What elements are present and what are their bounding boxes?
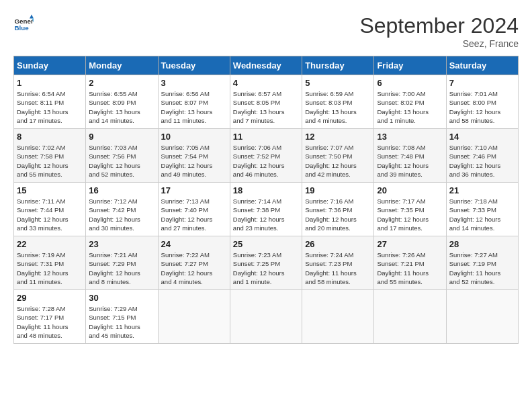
day-info: Sunrise: 7:29 AM Sunset: 7:15 PM Dayligh… [89, 304, 154, 340]
calendar-cell: 13Sunrise: 7:08 AM Sunset: 7:48 PM Dayli… [374, 129, 446, 183]
logo-icon: General Blue [13, 13, 34, 34]
calendar-cell: 1Sunrise: 6:54 AM Sunset: 8:11 PM Daylig… [14, 75, 86, 129]
calendar-cell: 9Sunrise: 7:03 AM Sunset: 7:56 PM Daylig… [86, 129, 158, 183]
day-number: 4 [233, 78, 299, 88]
day-number: 9 [89, 132, 154, 142]
day-info: Sunrise: 6:55 AM Sunset: 8:09 PM Dayligh… [89, 89, 154, 125]
weekday-header-monday: Monday [86, 56, 158, 75]
day-number: 23 [89, 239, 154, 249]
day-number: 20 [377, 185, 443, 195]
month-title: September 2024 [359, 13, 519, 38]
calendar-cell: 15Sunrise: 7:11 AM Sunset: 7:44 PM Dayli… [14, 183, 86, 236]
day-info: Sunrise: 7:02 AM Sunset: 7:58 PM Dayligh… [17, 143, 83, 179]
day-info: Sunrise: 7:24 AM Sunset: 7:23 PM Dayligh… [305, 250, 371, 286]
calendar-cell: 6Sunrise: 7:00 AM Sunset: 8:02 PM Daylig… [374, 75, 446, 129]
day-number: 21 [449, 185, 515, 195]
day-info: Sunrise: 7:28 AM Sunset: 7:17 PM Dayligh… [17, 304, 83, 340]
day-info: Sunrise: 6:56 AM Sunset: 8:07 PM Dayligh… [161, 89, 227, 125]
weekday-header-row: SundayMondayTuesdayWednesdayThursdayFrid… [14, 56, 519, 75]
day-info: Sunrise: 6:57 AM Sunset: 8:05 PM Dayligh… [233, 89, 299, 125]
week-row-2: 8Sunrise: 7:02 AM Sunset: 7:58 PM Daylig… [14, 129, 519, 183]
day-info: Sunrise: 7:26 AM Sunset: 7:21 PM Dayligh… [377, 250, 443, 286]
calendar-cell [158, 290, 230, 344]
day-info: Sunrise: 7:27 AM Sunset: 7:19 PM Dayligh… [449, 250, 515, 286]
day-number: 12 [305, 132, 371, 142]
day-number: 17 [161, 185, 227, 195]
calendar-cell: 30Sunrise: 7:29 AM Sunset: 7:15 PM Dayli… [86, 290, 158, 344]
page-header: General Blue September 2024 Seez, France [13, 13, 519, 49]
day-number: 1 [17, 78, 83, 88]
day-number: 30 [89, 293, 154, 303]
day-info: Sunrise: 7:23 AM Sunset: 7:25 PM Dayligh… [233, 250, 299, 286]
calendar-cell: 23Sunrise: 7:21 AM Sunset: 7:29 PM Dayli… [86, 236, 158, 290]
calendar-cell: 11Sunrise: 7:06 AM Sunset: 7:52 PM Dayli… [230, 129, 302, 183]
weekday-header-saturday: Saturday [446, 56, 518, 75]
weekday-header-tuesday: Tuesday [158, 56, 230, 75]
day-number: 25 [233, 239, 299, 249]
weekday-header-sunday: Sunday [14, 56, 86, 75]
calendar-cell: 12Sunrise: 7:07 AM Sunset: 7:50 PM Dayli… [302, 129, 374, 183]
day-number: 14 [449, 132, 515, 142]
week-row-1: 1Sunrise: 6:54 AM Sunset: 8:11 PM Daylig… [14, 75, 519, 129]
day-info: Sunrise: 7:17 AM Sunset: 7:35 PM Dayligh… [377, 197, 443, 232]
day-info: Sunrise: 7:16 AM Sunset: 7:36 PM Dayligh… [305, 197, 371, 232]
day-number: 22 [17, 239, 83, 249]
logo: General Blue [13, 13, 34, 34]
calendar-cell: 21Sunrise: 7:18 AM Sunset: 7:33 PM Dayli… [446, 183, 518, 236]
calendar-cell: 8Sunrise: 7:02 AM Sunset: 7:58 PM Daylig… [14, 129, 86, 183]
day-info: Sunrise: 7:05 AM Sunset: 7:54 PM Dayligh… [161, 143, 227, 179]
day-info: Sunrise: 7:03 AM Sunset: 7:56 PM Dayligh… [89, 143, 154, 179]
title-area: September 2024 Seez, France [359, 13, 519, 49]
calendar-cell: 18Sunrise: 7:14 AM Sunset: 7:38 PM Dayli… [230, 183, 302, 236]
svg-text:Blue: Blue [15, 24, 30, 32]
week-row-5: 29Sunrise: 7:28 AM Sunset: 7:17 PM Dayli… [14, 290, 519, 344]
location: Seez, France [359, 38, 519, 49]
calendar-table: SundayMondayTuesdayWednesdayThursdayFrid… [13, 56, 519, 344]
day-number: 8 [17, 132, 83, 142]
svg-marker-2 [30, 15, 34, 19]
day-info: Sunrise: 7:19 AM Sunset: 7:31 PM Dayligh… [17, 250, 83, 286]
calendar-cell: 3Sunrise: 6:56 AM Sunset: 8:07 PM Daylig… [158, 75, 230, 129]
day-number: 2 [89, 78, 154, 88]
calendar-cell: 25Sunrise: 7:23 AM Sunset: 7:25 PM Dayli… [230, 236, 302, 290]
calendar-cell [302, 290, 374, 344]
day-info: Sunrise: 7:22 AM Sunset: 7:27 PM Dayligh… [161, 250, 227, 286]
day-number: 13 [377, 132, 443, 142]
calendar-cell: 26Sunrise: 7:24 AM Sunset: 7:23 PM Dayli… [302, 236, 374, 290]
day-number: 16 [89, 185, 154, 195]
day-info: Sunrise: 7:21 AM Sunset: 7:29 PM Dayligh… [89, 250, 154, 286]
weekday-header-thursday: Thursday [302, 56, 374, 75]
weekday-header-friday: Friday [374, 56, 446, 75]
calendar-cell: 20Sunrise: 7:17 AM Sunset: 7:35 PM Dayli… [374, 183, 446, 236]
day-number: 26 [305, 239, 371, 249]
day-number: 11 [233, 132, 299, 142]
calendar-cell: 10Sunrise: 7:05 AM Sunset: 7:54 PM Dayli… [158, 129, 230, 183]
calendar-cell [446, 290, 518, 344]
calendar-cell: 24Sunrise: 7:22 AM Sunset: 7:27 PM Dayli… [158, 236, 230, 290]
calendar-cell: 5Sunrise: 6:59 AM Sunset: 8:03 PM Daylig… [302, 75, 374, 129]
day-number: 5 [305, 78, 371, 88]
day-info: Sunrise: 7:01 AM Sunset: 8:00 PM Dayligh… [449, 89, 515, 125]
day-number: 18 [233, 185, 299, 195]
calendar-cell: 14Sunrise: 7:10 AM Sunset: 7:46 PM Dayli… [446, 129, 518, 183]
day-info: Sunrise: 7:11 AM Sunset: 7:44 PM Dayligh… [17, 197, 83, 232]
calendar-cell: 27Sunrise: 7:26 AM Sunset: 7:21 PM Dayli… [374, 236, 446, 290]
day-info: Sunrise: 7:00 AM Sunset: 8:02 PM Dayligh… [377, 89, 443, 125]
calendar-cell: 4Sunrise: 6:57 AM Sunset: 8:05 PM Daylig… [230, 75, 302, 129]
week-row-3: 15Sunrise: 7:11 AM Sunset: 7:44 PM Dayli… [14, 183, 519, 236]
weekday-header-wednesday: Wednesday [230, 56, 302, 75]
day-number: 27 [377, 239, 443, 249]
day-info: Sunrise: 7:08 AM Sunset: 7:48 PM Dayligh… [377, 143, 443, 179]
day-number: 6 [377, 78, 443, 88]
day-number: 29 [17, 293, 83, 303]
day-info: Sunrise: 7:07 AM Sunset: 7:50 PM Dayligh… [305, 143, 371, 179]
day-number: 19 [305, 185, 371, 195]
day-info: Sunrise: 7:14 AM Sunset: 7:38 PM Dayligh… [233, 197, 299, 232]
calendar-cell: 22Sunrise: 7:19 AM Sunset: 7:31 PM Dayli… [14, 236, 86, 290]
day-info: Sunrise: 6:59 AM Sunset: 8:03 PM Dayligh… [305, 89, 371, 125]
day-number: 3 [161, 78, 227, 88]
calendar-cell: 29Sunrise: 7:28 AM Sunset: 7:17 PM Dayli… [14, 290, 86, 344]
calendar-cell: 28Sunrise: 7:27 AM Sunset: 7:19 PM Dayli… [446, 236, 518, 290]
calendar-cell: 17Sunrise: 7:13 AM Sunset: 7:40 PM Dayli… [158, 183, 230, 236]
day-info: Sunrise: 7:12 AM Sunset: 7:42 PM Dayligh… [89, 197, 154, 232]
